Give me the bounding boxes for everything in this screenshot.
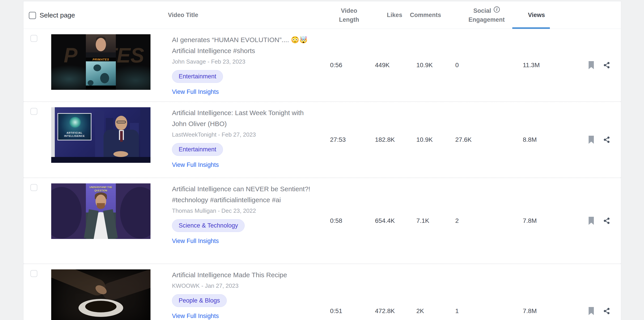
video-title: Artificial Intelligence: Last Week Tonig…	[172, 107, 313, 129]
views-value: 7.8M	[523, 307, 537, 315]
video-thumbnail[interactable]: ARTIFICIAL INTELLIGENCE	[51, 107, 150, 163]
video-length-value: 0:58	[330, 217, 342, 224]
bookmark-icon[interactable]	[588, 307, 594, 315]
thumbnail-art	[120, 187, 150, 238]
view-full-insights-link[interactable]: View Full Insights	[172, 88, 313, 95]
info-icon[interactable]: i	[494, 7, 500, 13]
views-value: 8.8M	[523, 136, 537, 143]
channel-and-date: Thomas Mulligan - Dec 23, 2022	[172, 207, 313, 214]
thumbnail-art	[51, 187, 82, 238]
views-value: 7.8M	[523, 217, 537, 224]
thumbnail-caption-line1: ARTIFICIAL	[58, 131, 91, 134]
likes-value: 472.8K	[375, 307, 395, 315]
table-row: ARTIFICIAL INTELLIGENCE Artificial Intel…	[24, 102, 621, 178]
video-title: Artificial Intelligence can NEVER be Sen…	[172, 183, 313, 205]
social-engagement-value: 0	[455, 62, 459, 69]
bookmark-icon[interactable]	[588, 61, 594, 69]
thumbnail-art: ARTIFICIAL INTELLIGENCE	[58, 113, 92, 140]
social-engagement-value: 1	[455, 307, 459, 315]
video-thumbnail[interactable]: P TES PRIMATES	[51, 34, 150, 90]
category-tag[interactable]: Entertainment	[172, 143, 223, 156]
row-checkbox[interactable]	[30, 270, 37, 277]
likes-value: 654.4K	[375, 217, 395, 224]
thumbnail-caption-line2: INTELLIGENCE	[58, 134, 91, 137]
social-line1: Social	[474, 6, 491, 15]
share-icon[interactable]	[603, 136, 610, 143]
table-header: Select page Video Title Video Length Lik…	[24, 1, 621, 29]
bookmark-icon[interactable]	[588, 136, 594, 144]
comments-value: 7.1K	[416, 217, 429, 224]
category-tag[interactable]: Entertainment	[172, 70, 223, 83]
column-header-views[interactable]: Views	[528, 1, 545, 29]
column-header-video-length[interactable]: Video Length	[324, 6, 374, 24]
video-length-line1: Video	[324, 6, 374, 15]
table-row: P TES PRIMATES AI generates “HUMAN EVOLU…	[24, 29, 621, 102]
thumbnail-art	[51, 269, 108, 298]
column-header-social-engagement[interactable]: Social i Engagement	[450, 6, 524, 24]
category-tag[interactable]: People & Blogs	[172, 294, 227, 307]
view-full-insights-link[interactable]: View Full Insights	[172, 162, 313, 169]
thumbnail-art: UNDERSTAND THE QUESTION	[86, 183, 116, 239]
video-length-value: 0:51	[330, 307, 342, 315]
thumbnail-art	[85, 301, 116, 312]
row-checkbox[interactable]	[30, 184, 37, 191]
channel-and-date: KWOOWK - Jan 27, 2023	[172, 282, 313, 289]
channel-and-date: LastWeekTonight - Feb 27, 2023	[172, 131, 313, 138]
table-row: UNDERSTAND THE QUESTION Artificial Intel…	[24, 178, 621, 264]
table-row: Artificial Intelligence Made This Recipe…	[24, 264, 621, 320]
bookmark-icon[interactable]	[588, 217, 594, 225]
channel-and-date: John Savage - Feb 23, 2023	[172, 58, 313, 65]
likes-value: 449K	[375, 62, 390, 69]
select-page-label: Select page	[40, 1, 75, 29]
thumbnail-art	[51, 107, 55, 163]
row-checkbox[interactable]	[30, 108, 37, 115]
share-icon[interactable]	[603, 217, 610, 225]
video-length-value: 0:56	[330, 62, 342, 69]
video-title: Artificial Intelligence Made This Recipe	[172, 269, 313, 280]
row-checkbox[interactable]	[30, 35, 37, 42]
social-engagement-value: 2	[455, 217, 459, 224]
select-page-checkbox[interactable]	[29, 12, 36, 19]
thumbnail-art	[100, 269, 150, 302]
thumbnail-caption: PRIMATES	[86, 58, 116, 61]
thumbnail-caption: UNDERSTAND THE QUESTION	[86, 186, 116, 192]
likes-value: 182.8K	[375, 136, 395, 143]
social-engagement-value: 27.6K	[455, 136, 472, 143]
videos-table-card: Select page Video Title Video Length Lik…	[23, 1, 621, 320]
video-length-value: 27:53	[330, 136, 346, 143]
share-icon[interactable]	[603, 307, 610, 315]
view-full-insights-link[interactable]: View Full Insights	[172, 312, 313, 319]
video-thumbnail[interactable]: UNDERSTAND THE QUESTION	[51, 183, 150, 239]
views-active-sort-indicator	[512, 27, 550, 29]
view-full-insights-link[interactable]: View Full Insights	[172, 238, 313, 245]
category-tag[interactable]: Science & Technology	[172, 219, 245, 232]
video-title: AI generates “HUMAN EVOLUTION”.... 😳🤯 Ar…	[172, 34, 313, 56]
comments-value: 2K	[416, 307, 424, 315]
comments-value: 10.9K	[416, 136, 433, 143]
column-header-comments[interactable]: Comments	[410, 1, 441, 29]
social-line2: Engagement	[450, 15, 524, 24]
views-value: 11.3M	[523, 62, 540, 69]
comments-value: 10.9K	[416, 62, 433, 69]
column-header-likes[interactable]: Likes	[387, 1, 402, 29]
column-header-video-title: Video Title	[168, 1, 198, 29]
video-length-line2: Length	[324, 15, 374, 24]
video-thumbnail[interactable]	[51, 269, 150, 320]
thumbnail-art: PRIMATES	[86, 34, 116, 90]
share-icon[interactable]	[603, 61, 610, 69]
